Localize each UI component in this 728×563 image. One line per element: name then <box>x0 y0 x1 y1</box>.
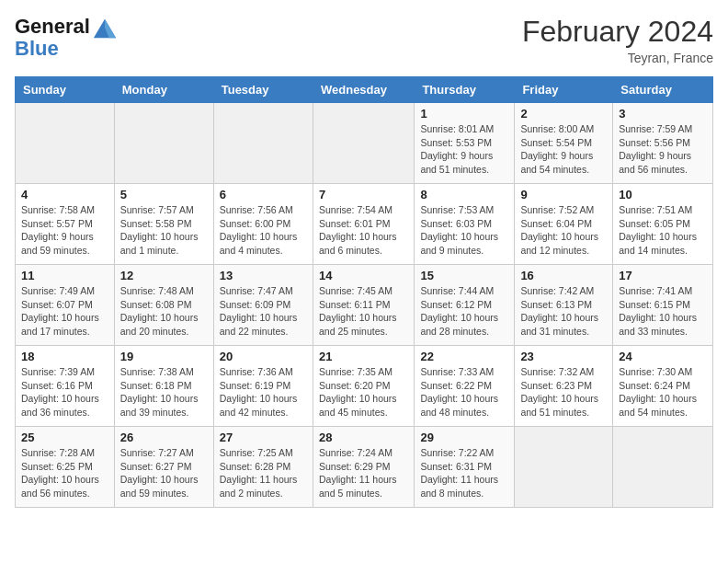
day-info: Sunrise: 7:30 AM Sunset: 6:24 PM Dayligh… <box>619 365 707 419</box>
day-info: Sunrise: 8:01 AM Sunset: 5:53 PM Dayligh… <box>420 122 508 177</box>
calendar-cell: 12Sunrise: 7:48 AM Sunset: 6:08 PM Dayli… <box>114 265 213 346</box>
title-block: February 2024 Teyran, France <box>522 15 713 65</box>
day-info: Sunrise: 7:35 AM Sunset: 6:20 PM Dayligh… <box>319 365 408 419</box>
day-info: Sunrise: 7:24 AM Sunset: 6:29 PM Dayligh… <box>319 446 408 500</box>
day-number: 9 <box>520 188 607 201</box>
day-info: Sunrise: 7:47 AM Sunset: 6:09 PM Dayligh… <box>220 284 307 339</box>
calendar-header-cell: Wednesday <box>313 77 414 103</box>
month-title: February 2024 <box>522 15 713 49</box>
calendar-header-cell: Saturday <box>613 77 713 103</box>
calendar-cell: 24Sunrise: 7:30 AM Sunset: 6:24 PM Dayli… <box>613 346 713 427</box>
calendar-header-cell: Thursday <box>415 77 515 103</box>
calendar-cell: 28Sunrise: 7:24 AM Sunset: 6:29 PM Dayli… <box>313 427 414 508</box>
calendar-cell: 23Sunrise: 7:32 AM Sunset: 6:23 PM Dayli… <box>515 346 613 427</box>
day-number: 11 <box>21 269 108 282</box>
calendar-cell: 17Sunrise: 7:41 AM Sunset: 6:15 PM Dayli… <box>613 265 713 346</box>
day-number: 19 <box>120 350 208 363</box>
day-number: 23 <box>520 350 607 363</box>
day-info: Sunrise: 7:28 AM Sunset: 6:25 PM Dayligh… <box>21 446 108 500</box>
calendar-cell: 1Sunrise: 8:01 AM Sunset: 5:53 PM Daylig… <box>415 103 515 184</box>
calendar-cell <box>114 103 213 184</box>
calendar-cell <box>16 103 115 184</box>
calendar-cell: 11Sunrise: 7:49 AM Sunset: 6:07 PM Dayli… <box>16 265 115 346</box>
day-info: Sunrise: 7:42 AM Sunset: 6:13 PM Dayligh… <box>520 284 607 339</box>
calendar-cell: 19Sunrise: 7:38 AM Sunset: 6:18 PM Dayli… <box>114 346 213 427</box>
day-number: 17 <box>619 269 707 282</box>
day-number: 20 <box>220 350 307 363</box>
day-number: 29 <box>420 431 508 444</box>
calendar-cell: 21Sunrise: 7:35 AM Sunset: 6:20 PM Dayli… <box>313 346 414 427</box>
day-info: Sunrise: 7:22 AM Sunset: 6:31 PM Dayligh… <box>420 446 508 500</box>
calendar-week-row: 1Sunrise: 8:01 AM Sunset: 5:53 PM Daylig… <box>16 103 713 184</box>
day-number: 8 <box>420 188 508 201</box>
logo: General Blue <box>15 15 118 61</box>
day-number: 21 <box>319 350 408 363</box>
calendar-cell: 20Sunrise: 7:36 AM Sunset: 6:19 PM Dayli… <box>213 346 313 427</box>
calendar-cell: 15Sunrise: 7:44 AM Sunset: 6:12 PM Dayli… <box>415 265 515 346</box>
calendar-header-cell: Monday <box>114 77 213 103</box>
calendar-cell: 14Sunrise: 7:45 AM Sunset: 6:11 PM Dayli… <box>313 265 414 346</box>
day-number: 2 <box>520 107 607 121</box>
calendar-cell: 5Sunrise: 7:57 AM Sunset: 5:58 PM Daylig… <box>114 184 213 265</box>
day-number: 25 <box>21 431 108 444</box>
day-number: 28 <box>319 431 408 444</box>
calendar-cell: 10Sunrise: 7:51 AM Sunset: 6:05 PM Dayli… <box>613 184 713 265</box>
calendar-cell: 16Sunrise: 7:42 AM Sunset: 6:13 PM Dayli… <box>515 265 613 346</box>
day-info: Sunrise: 7:56 AM Sunset: 6:00 PM Dayligh… <box>220 203 307 258</box>
calendar-week-row: 11Sunrise: 7:49 AM Sunset: 6:07 PM Dayli… <box>16 265 713 346</box>
day-info: Sunrise: 7:59 AM Sunset: 5:56 PM Dayligh… <box>619 122 707 177</box>
day-number: 24 <box>619 350 707 363</box>
calendar-cell: 2Sunrise: 8:00 AM Sunset: 5:54 PM Daylig… <box>515 103 613 184</box>
day-info: Sunrise: 7:58 AM Sunset: 5:57 PM Dayligh… <box>21 203 108 258</box>
calendar-cell: 18Sunrise: 7:39 AM Sunset: 6:16 PM Dayli… <box>16 346 115 427</box>
calendar-cell: 27Sunrise: 7:25 AM Sunset: 6:28 PM Dayli… <box>213 427 313 508</box>
calendar-cell: 25Sunrise: 7:28 AM Sunset: 6:25 PM Dayli… <box>16 427 115 508</box>
calendar-cell <box>313 103 414 184</box>
calendar-header-row: SundayMondayTuesdayWednesdayThursdayFrid… <box>16 77 713 103</box>
calendar-week-row: 18Sunrise: 7:39 AM Sunset: 6:16 PM Dayli… <box>16 346 713 427</box>
day-info: Sunrise: 7:33 AM Sunset: 6:22 PM Dayligh… <box>420 365 508 419</box>
calendar-cell: 9Sunrise: 7:52 AM Sunset: 6:04 PM Daylig… <box>515 184 613 265</box>
day-info: Sunrise: 7:39 AM Sunset: 6:16 PM Dayligh… <box>21 365 108 419</box>
day-info: Sunrise: 7:38 AM Sunset: 6:18 PM Dayligh… <box>120 365 208 419</box>
calendar-table: SundayMondayTuesdayWednesdayThursdayFrid… <box>15 76 713 508</box>
day-number: 18 <box>21 350 108 363</box>
calendar-cell: 22Sunrise: 7:33 AM Sunset: 6:22 PM Dayli… <box>415 346 515 427</box>
day-info: Sunrise: 7:32 AM Sunset: 6:23 PM Dayligh… <box>520 365 607 419</box>
day-number: 22 <box>420 350 508 363</box>
calendar-cell <box>213 103 313 184</box>
calendar-week-row: 25Sunrise: 7:28 AM Sunset: 6:25 PM Dayli… <box>16 427 713 508</box>
day-info: Sunrise: 8:00 AM Sunset: 5:54 PM Dayligh… <box>520 122 607 177</box>
day-info: Sunrise: 7:27 AM Sunset: 6:27 PM Dayligh… <box>120 446 208 500</box>
day-info: Sunrise: 7:41 AM Sunset: 6:15 PM Dayligh… <box>619 284 707 339</box>
calendar-header-cell: Friday <box>515 77 613 103</box>
day-info: Sunrise: 7:25 AM Sunset: 6:28 PM Dayligh… <box>220 446 307 500</box>
location: Teyran, France <box>522 51 713 65</box>
calendar-body: 1Sunrise: 8:01 AM Sunset: 5:53 PM Daylig… <box>16 103 713 508</box>
calendar-cell <box>515 427 613 508</box>
calendar-cell: 8Sunrise: 7:53 AM Sunset: 6:03 PM Daylig… <box>415 184 515 265</box>
day-info: Sunrise: 7:57 AM Sunset: 5:58 PM Dayligh… <box>120 203 208 258</box>
day-number: 1 <box>420 107 508 121</box>
day-number: 16 <box>520 269 607 282</box>
day-number: 4 <box>21 188 108 201</box>
day-number: 10 <box>619 188 707 201</box>
day-number: 14 <box>319 269 408 282</box>
day-info: Sunrise: 7:51 AM Sunset: 6:05 PM Dayligh… <box>619 203 707 258</box>
day-number: 27 <box>220 431 307 444</box>
day-info: Sunrise: 7:45 AM Sunset: 6:11 PM Dayligh… <box>319 284 408 339</box>
day-info: Sunrise: 7:52 AM Sunset: 6:04 PM Dayligh… <box>520 203 607 258</box>
day-info: Sunrise: 7:36 AM Sunset: 6:19 PM Dayligh… <box>220 365 307 419</box>
day-number: 6 <box>220 188 307 201</box>
calendar-header-cell: Sunday <box>16 77 115 103</box>
page-header: General Blue February 2024 Teyran, Franc… <box>15 15 713 65</box>
day-number: 15 <box>420 269 508 282</box>
day-info: Sunrise: 7:49 AM Sunset: 6:07 PM Dayligh… <box>21 284 108 339</box>
day-info: Sunrise: 7:53 AM Sunset: 6:03 PM Dayligh… <box>420 203 508 258</box>
day-info: Sunrise: 7:48 AM Sunset: 6:08 PM Dayligh… <box>120 284 208 339</box>
calendar-cell: 13Sunrise: 7:47 AM Sunset: 6:09 PM Dayli… <box>213 265 313 346</box>
logo-icon <box>92 15 118 40</box>
calendar-cell: 7Sunrise: 7:54 AM Sunset: 6:01 PM Daylig… <box>313 184 414 265</box>
day-number: 13 <box>220 269 307 282</box>
day-info: Sunrise: 7:44 AM Sunset: 6:12 PM Dayligh… <box>420 284 508 339</box>
